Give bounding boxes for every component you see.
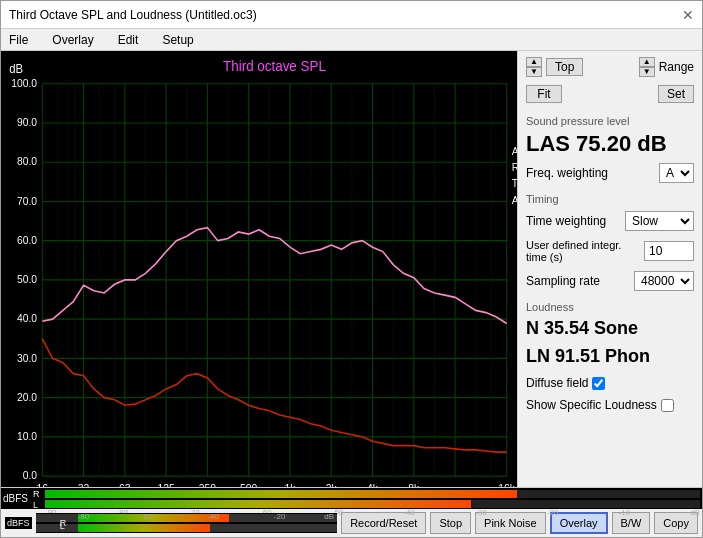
spl-value: LAS 75.20 dB bbox=[526, 131, 694, 157]
loudness-value2: LN 91.51 Phon bbox=[526, 345, 694, 368]
svg-text:10.0: 10.0 bbox=[17, 430, 37, 442]
tick-20: -20 bbox=[547, 508, 559, 517]
timing-label: Timing bbox=[526, 193, 694, 205]
svg-text:0.0: 0.0 bbox=[23, 469, 37, 481]
svg-text:A: A bbox=[512, 144, 517, 156]
l-meter-bg bbox=[45, 500, 700, 508]
scale-l: L bbox=[60, 521, 65, 531]
menu-edit[interactable]: Edit bbox=[114, 33, 143, 47]
svg-text:1k: 1k bbox=[285, 482, 297, 487]
svg-text:60.0: 60.0 bbox=[17, 234, 37, 246]
main-area: 100.0 90.0 80.0 70.0 60.0 50.0 40.0 30.0… bbox=[1, 51, 702, 487]
chart-area: 100.0 90.0 80.0 70.0 60.0 50.0 40.0 30.0… bbox=[1, 51, 517, 487]
time-weighting-row: Time weighting Slow Fast Impulse bbox=[526, 211, 694, 231]
svg-text:100.0: 100.0 bbox=[11, 77, 37, 89]
svg-text:T: T bbox=[512, 177, 517, 189]
l-channel-label: L bbox=[33, 500, 38, 510]
scale-m20: -20 bbox=[274, 512, 286, 521]
svg-text:125: 125 bbox=[158, 482, 175, 487]
svg-text:80.0: 80.0 bbox=[17, 155, 37, 167]
freq-weighting-select[interactable]: A B C Z bbox=[659, 163, 694, 183]
freq-weighting-row: Freq. weighting A B C Z bbox=[526, 163, 694, 183]
tick-40: -40 bbox=[403, 508, 415, 517]
fit-button[interactable]: Fit bbox=[526, 85, 562, 103]
bottom-r-fill bbox=[78, 514, 229, 522]
svg-text:dB: dB bbox=[9, 62, 23, 75]
dbfs-label: dBFS bbox=[3, 493, 31, 504]
sampling-rate-label: Sampling rate bbox=[526, 274, 600, 288]
svg-text:16k: 16k bbox=[498, 482, 515, 487]
scale-m80: -80 bbox=[78, 512, 90, 521]
svg-text:R: R bbox=[512, 161, 517, 173]
right-panel: ▲ ▼ Top ▲ ▼ Range Fit Set Sound p bbox=[517, 51, 702, 487]
svg-text:250: 250 bbox=[199, 482, 216, 487]
range-down-btn[interactable]: ▼ bbox=[639, 67, 655, 77]
show-specific-row: Show Specific Loudness bbox=[526, 398, 694, 412]
window-title: Third Octave SPL and Loudness (Untitled.… bbox=[9, 8, 257, 22]
user-integr-row: User defined integr. time (s) bbox=[526, 239, 694, 263]
tick-db: dB bbox=[690, 508, 700, 517]
show-specific-checkbox[interactable] bbox=[661, 399, 674, 412]
bottom-meter-scale: R L -80 -60 -40 -20 dB bbox=[36, 513, 338, 533]
main-window: Third Octave SPL and Loudness (Untitled.… bbox=[0, 0, 703, 538]
meter-scale: R L -90 -80 -70 -60 -50 -40 bbox=[31, 489, 700, 509]
svg-text:70.0: 70.0 bbox=[17, 194, 37, 206]
svg-text:50.0: 50.0 bbox=[17, 273, 37, 285]
spl-section-label: Sound pressure level bbox=[526, 115, 694, 127]
top-down-btn[interactable]: ▼ bbox=[526, 67, 542, 77]
user-integr-input[interactable] bbox=[644, 241, 694, 261]
range-spinner: ▲ ▼ bbox=[639, 57, 655, 77]
tick-10: -10 bbox=[619, 508, 631, 517]
time-weighting-label: Time weighting bbox=[526, 214, 606, 228]
scale-m60: -60 bbox=[141, 512, 153, 521]
chart-container: 100.0 90.0 80.0 70.0 60.0 50.0 40.0 30.0… bbox=[1, 51, 517, 487]
title-bar: Third Octave SPL and Loudness (Untitled.… bbox=[1, 1, 702, 29]
svg-text:8k: 8k bbox=[408, 482, 420, 487]
sampling-rate-select[interactable]: 48000 44100 96000 bbox=[634, 271, 694, 291]
set-button[interactable]: Set bbox=[658, 85, 694, 103]
chart-svg: 100.0 90.0 80.0 70.0 60.0 50.0 40.0 30.0… bbox=[1, 51, 517, 487]
svg-text:20.0: 20.0 bbox=[17, 391, 37, 403]
tick-30: -30 bbox=[475, 508, 487, 517]
svg-text:32: 32 bbox=[78, 482, 90, 487]
svg-rect-0 bbox=[1, 51, 517, 487]
loudness-value1: N 35.54 Sone bbox=[526, 317, 694, 340]
scale-db2: dB bbox=[324, 512, 334, 521]
menu-overlay[interactable]: Overlay bbox=[48, 33, 97, 47]
diffuse-field-checkbox[interactable] bbox=[592, 377, 605, 390]
user-integr-label: User defined integr. time (s) bbox=[526, 239, 644, 263]
svg-text:2k: 2k bbox=[326, 482, 338, 487]
top-button[interactable]: Top bbox=[546, 58, 583, 76]
svg-text:500: 500 bbox=[240, 482, 257, 487]
top-up-btn[interactable]: ▲ bbox=[526, 57, 542, 67]
svg-text:30.0: 30.0 bbox=[17, 351, 37, 363]
close-button[interactable]: ✕ bbox=[682, 7, 694, 23]
svg-text:63: 63 bbox=[119, 482, 131, 487]
svg-text:Third octave SPL: Third octave SPL bbox=[223, 58, 326, 73]
r-meter-fill bbox=[45, 490, 517, 498]
r-meter-bg bbox=[45, 490, 700, 498]
top-range-controls: ▲ ▼ Top ▲ ▼ Range bbox=[526, 57, 694, 77]
l-meter-fill bbox=[45, 500, 471, 508]
range-label: Range bbox=[659, 60, 694, 74]
time-weighting-select[interactable]: Slow Fast Impulse bbox=[625, 211, 694, 231]
top-spinner: ▲ ▼ bbox=[526, 57, 542, 77]
show-specific-label: Show Specific Loudness bbox=[526, 398, 657, 412]
menu-file[interactable]: File bbox=[5, 33, 32, 47]
bottom-l-fill bbox=[78, 524, 211, 532]
menu-bar: File Overlay Edit Setup bbox=[1, 29, 702, 51]
bottom-dbfs-label: dBFS bbox=[5, 517, 32, 529]
menu-setup[interactable]: Setup bbox=[158, 33, 197, 47]
bottom-bar: dBFS R L -90 -80 -70 -60 bbox=[1, 487, 702, 537]
range-up-btn[interactable]: ▲ bbox=[639, 57, 655, 67]
svg-text:16: 16 bbox=[37, 482, 49, 487]
svg-text:90.0: 90.0 bbox=[17, 116, 37, 128]
diffuse-field-row: Diffuse field bbox=[526, 376, 694, 390]
freq-weighting-label: Freq. weighting bbox=[526, 166, 608, 180]
svg-text:40.0: 40.0 bbox=[17, 312, 37, 324]
svg-text:A: A bbox=[512, 193, 517, 205]
level-meter: dBFS R L -90 -80 -70 -60 bbox=[1, 488, 702, 509]
sampling-rate-row: Sampling rate 48000 44100 96000 bbox=[526, 271, 694, 291]
svg-text:4k: 4k bbox=[367, 482, 379, 487]
r-channel-label: R bbox=[33, 489, 40, 499]
